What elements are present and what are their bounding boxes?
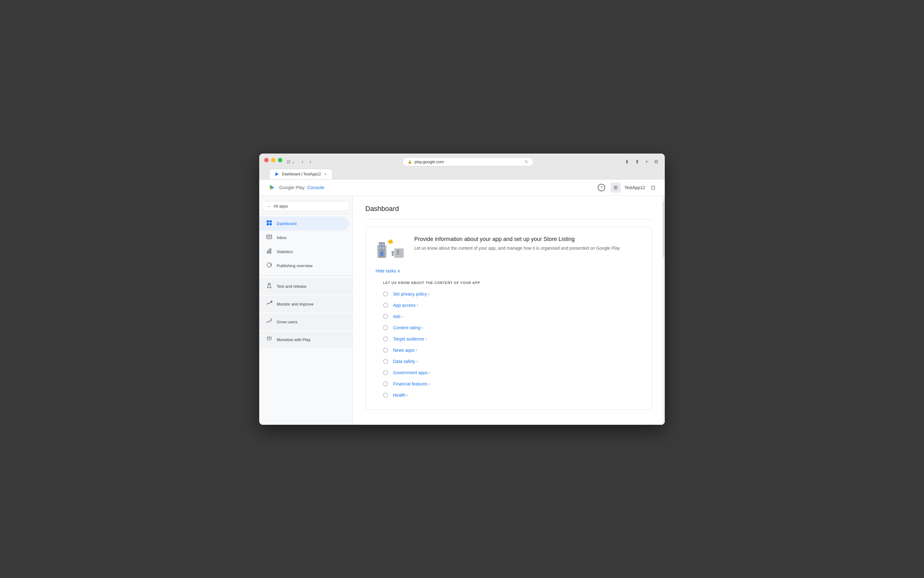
sidebar-item-dashboard-label: Dashboard	[277, 221, 297, 226]
hide-tasks-button[interactable]: Hide tasks ∧	[375, 267, 400, 274]
task-item-target-audience[interactable]: Target audience ›	[375, 333, 642, 344]
task-label-financial-features: Financial features	[393, 382, 428, 386]
main-content: Dashboard	[353, 196, 665, 425]
nav-section-main: Dashboard Inbox	[259, 217, 353, 273]
browser-actions: ⬇ ⬆ + ⧉	[623, 157, 660, 166]
back-button[interactable]: ‹	[300, 157, 305, 166]
sidebar-item-statistics[interactable]: Statistics	[259, 245, 349, 259]
profile-button[interactable]: ⊡	[649, 182, 657, 193]
sidebar-item-test-release[interactable]: Test and release	[259, 278, 353, 295]
task-link-government-apps[interactable]: Government apps ›	[393, 370, 430, 375]
close-window-button[interactable]	[264, 158, 269, 162]
task-label-ads: Ads	[393, 314, 401, 319]
task-item-financial-features[interactable]: Financial features ›	[375, 378, 642, 390]
sidebar-item-publishing-overview[interactable]: Publishing overview	[259, 259, 349, 273]
browser-tab[interactable]: Dashboard | TestApp12 ×	[269, 169, 333, 179]
publishing-overview-icon	[265, 262, 273, 270]
task-link-news-apps[interactable]: News apps ›	[393, 347, 417, 353]
task-link-data-safety[interactable]: Data safety ›	[393, 359, 418, 364]
share-button[interactable]: ⬆	[633, 157, 641, 166]
traffic-lights	[264, 158, 282, 162]
task-item-ads[interactable]: Ads ›	[375, 311, 642, 322]
new-tab-button[interactable]: +	[644, 157, 650, 166]
sidebar-item-dashboard[interactable]: Dashboard	[259, 217, 349, 231]
sidebar-item-test-release-label: Test and release	[277, 284, 306, 289]
sidebar-item-inbox[interactable]: Inbox	[259, 231, 349, 245]
task-circle	[383, 393, 388, 398]
task-circle	[383, 370, 388, 375]
download-button[interactable]: ⬇	[623, 157, 631, 166]
minimize-window-button[interactable]	[271, 158, 275, 162]
header-actions: ? ⊞ TestApp12 ⊡	[596, 182, 657, 193]
svg-rect-7	[270, 220, 272, 222]
sidebar-item-grow-users[interactable]: Grow users	[259, 313, 353, 330]
task-link-privacy-policy[interactable]: Set privacy policy ›	[393, 292, 430, 297]
header-app-name: TestApp12	[625, 185, 645, 190]
sidebar-divider-mid	[259, 275, 353, 276]
svg-rect-24	[379, 244, 381, 245]
task-link-app-access[interactable]: App access ›	[393, 303, 418, 308]
task-label-privacy-policy: Set privacy policy	[393, 292, 427, 297]
chevron-right-icon: ›	[426, 337, 427, 341]
task-item-content-rating[interactable]: Content rating ›	[375, 322, 642, 333]
help-button[interactable]: ?	[596, 182, 607, 193]
sidebar-item-grow-users-label: Grow users	[277, 320, 297, 324]
svg-rect-27	[382, 247, 384, 249]
svg-rect-6	[267, 220, 269, 222]
task-circle	[383, 347, 388, 353]
chevron-right-icon: ›	[416, 348, 417, 352]
maximize-window-button[interactable]	[278, 158, 282, 162]
task-link-content-rating[interactable]: Content rating ›	[393, 325, 423, 330]
card-illustration	[375, 236, 407, 262]
task-link-ads[interactable]: Ads ›	[393, 314, 403, 319]
app-container: ← All apps Dashboard	[259, 196, 665, 425]
tab-close-button[interactable]: ×	[324, 172, 327, 177]
sidebar-item-statistics-label: Statistics	[277, 249, 293, 254]
sidebar-toggle-button[interactable]: ⊡ ⌄	[285, 158, 297, 166]
statistics-icon	[265, 248, 273, 256]
task-item-privacy-policy[interactable]: Set privacy policy ›	[375, 288, 642, 300]
task-label-app-access: App access	[393, 303, 416, 308]
task-circle	[383, 314, 388, 319]
task-link-target-audience[interactable]: Target audience ›	[393, 336, 427, 341]
card-title: Provide information about your app and s…	[414, 236, 642, 242]
section-label: LET US KNOW ABOUT THE CONTENT OF YOUR AP…	[375, 281, 642, 285]
forward-button[interactable]: ›	[307, 157, 313, 166]
sidebar-item-publishing-overview-label: Publishing overview	[277, 263, 312, 268]
task-label-data-safety: Data safety	[393, 359, 415, 364]
task-item-news-apps[interactable]: News apps ›	[375, 344, 642, 356]
reload-button[interactable]: ↻	[525, 159, 528, 164]
inbox-icon	[265, 234, 273, 242]
logo-console: Console	[307, 185, 324, 190]
browser-titlebar: ⊡ ⌄ ‹ › 🔒 play.google.com ↻ ⬇ ⬆ + ⧉	[259, 154, 665, 179]
task-circle	[383, 325, 388, 330]
chevron-up-icon: ∧	[397, 268, 400, 273]
task-item-government-apps[interactable]: Government apps ›	[375, 367, 642, 378]
task-label-government-apps: Government apps	[393, 370, 428, 375]
chevron-right-icon: ›	[417, 303, 418, 307]
chevron-right-icon: ›	[402, 314, 403, 319]
header-app-avatar: ⊞	[611, 183, 621, 193]
all-apps-button[interactable]: ← All apps	[262, 201, 350, 211]
sidebar-item-monetise[interactable]: Monetise with Play	[259, 331, 353, 348]
app-logo: Google Play Console	[267, 183, 324, 193]
address-bar[interactable]: 🔒 play.google.com ↻	[403, 157, 534, 166]
store-listing-card: Provide information about your app and s…	[365, 227, 652, 410]
task-link-health[interactable]: Health ›	[393, 393, 408, 398]
page-title: Dashboard	[365, 205, 652, 213]
back-arrow-icon: ←	[267, 204, 271, 208]
sidebar-item-monitor-improve[interactable]: Monitor and improve	[259, 296, 353, 312]
scrollbar-track[interactable]	[662, 196, 665, 425]
tabs-overview-button[interactable]: ⧉	[652, 157, 660, 166]
logo-google-play: Google Play	[279, 185, 305, 190]
svg-rect-8	[267, 223, 269, 225]
app-header: Google Play Console ? ⊞ TestApp12 ⊡	[259, 179, 665, 196]
task-item-health[interactable]: Health ›	[375, 390, 642, 401]
scrollbar-thumb[interactable]	[663, 201, 665, 257]
task-link-financial-features[interactable]: Financial features ›	[393, 382, 430, 386]
test-release-icon	[265, 283, 273, 290]
task-item-data-safety[interactable]: Data safety ›	[375, 356, 642, 367]
chevron-right-icon: ›	[422, 326, 423, 330]
card-info: Provide information about your app and s…	[414, 236, 642, 262]
task-item-app-access[interactable]: App access ›	[375, 300, 642, 311]
